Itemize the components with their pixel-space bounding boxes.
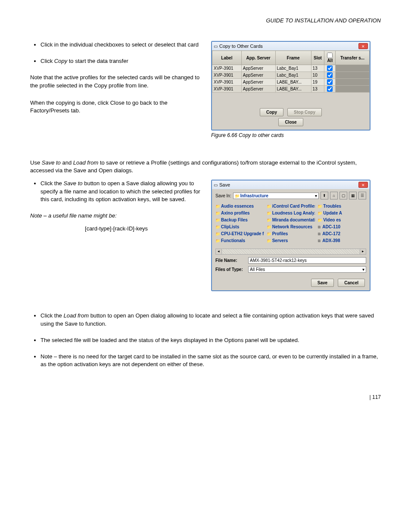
close-icon[interactable]: ✕ <box>358 43 368 49</box>
close-button[interactable]: Close <box>278 118 303 126</box>
row-checkbox[interactable] <box>327 79 333 85</box>
col-slot[interactable]: Slot <box>311 51 324 65</box>
up-folder-icon[interactable]: ⬆ <box>321 192 328 199</box>
page-header: GUIDE TO INSTALLATION AND OPERATION <box>30 17 381 24</box>
file-name-input[interactable]: AMX-3981-ST42-rack12-keys <box>248 257 366 264</box>
files-of-type-label: Files of Type: <box>215 267 246 272</box>
home-icon[interactable]: ⌂ <box>330 192 338 199</box>
col-all[interactable]: All <box>324 51 336 65</box>
save-button[interactable]: Save <box>311 279 334 287</box>
para-save-load: Use Save to and Load from to save or ret… <box>30 159 381 174</box>
grid-view-icon[interactable]: ▦ <box>349 192 357 199</box>
window-icon: ▭ <box>214 44 218 49</box>
stop-copy-button[interactable]: Stop Copy <box>287 108 322 116</box>
cards-table: Label App. Server Frame Slot All Transfe… <box>212 50 370 93</box>
row-checkbox[interactable] <box>327 65 333 71</box>
col-frame[interactable]: Frame <box>275 51 311 65</box>
all-checkbox[interactable] <box>327 53 333 58</box>
copy-dialog: ▭Copy to Other Cards ✕ Label App. Server… <box>211 41 371 131</box>
close-icon[interactable]: ✕ <box>358 182 368 188</box>
chevron-down-icon: ▾ <box>315 193 317 198</box>
horizontal-scrollbar[interactable]: ◂▸ <box>215 249 366 255</box>
table-row: XVP-3901AppServerLABE_BAY...19 <box>212 79 370 86</box>
col-transfer[interactable]: Transfer s... <box>336 51 370 65</box>
list-view-icon[interactable]: ☰ <box>358 192 366 199</box>
file-list[interactable]: 📁Audio essences 📁iControl Card Profiles … <box>215 204 366 247</box>
copy-dialog-titlebar: ▭Copy to Other Cards ✕ <box>212 42 370 50</box>
new-folder-icon[interactable]: ▢ <box>339 192 347 199</box>
file-name-label: File Name: <box>215 258 246 263</box>
save-in-label: Save In: <box>215 193 231 198</box>
row-checkbox[interactable] <box>327 72 333 78</box>
copy-button[interactable]: Copy <box>260 108 283 116</box>
row-checkbox[interactable] <box>327 86 333 92</box>
note-active-profiles: Note that the active profiles for the se… <box>30 74 202 89</box>
cancel-button[interactable]: Cancel <box>338 279 365 287</box>
table-row: XVP-3901AppServerLabc_Bay113 <box>212 65 370 72</box>
save-dialog-titlebar: ▭Save ✕ <box>212 180 370 189</box>
bullet-select-cards: Click in the individual checkboxes to se… <box>40 41 202 49</box>
bullet-save-to: Click the Save to button to open a Save … <box>40 180 202 203</box>
save-dialog: ▭Save ✕ Save In: 📁Infrastructure ▾ ⬆ ⌂ ▢… <box>211 180 371 291</box>
note-filename: Note – a useful file name might be: <box>30 212 202 220</box>
table-row: XVP-3901AppServerLabc_Bay110 <box>212 72 370 79</box>
para-when-done: When the copying is done, click Close to… <box>30 99 202 115</box>
col-appserver[interactable]: App. Server <box>241 51 275 65</box>
files-of-type-dropdown[interactable]: All Files ▾ <box>248 266 366 273</box>
bullet-note-slot: Note – there is no need for the target c… <box>40 353 381 368</box>
page-number: | 117 <box>30 394 381 400</box>
bullet-file-loaded: The selected file will be loaded and the… <box>40 336 381 344</box>
window-icon: ▭ <box>214 183 218 187</box>
chevron-down-icon: ▾ <box>362 267 364 272</box>
bullet-click-copy: Click Copy to start the data transfer <box>40 57 202 65</box>
table-row: XVP-3901AppServerLABE_BAY...13 <box>212 86 370 93</box>
filename-suggest: [card-type]-[rack-ID]-keys <box>30 225 202 233</box>
save-in-dropdown[interactable]: 📁Infrastructure ▾ <box>233 193 319 199</box>
col-label[interactable]: Label <box>212 51 242 65</box>
bullet-load-from: Click the Load from button to open an Op… <box>40 312 381 327</box>
figure-caption-1: Figure 6.66 Copy to other cards <box>211 132 381 138</box>
